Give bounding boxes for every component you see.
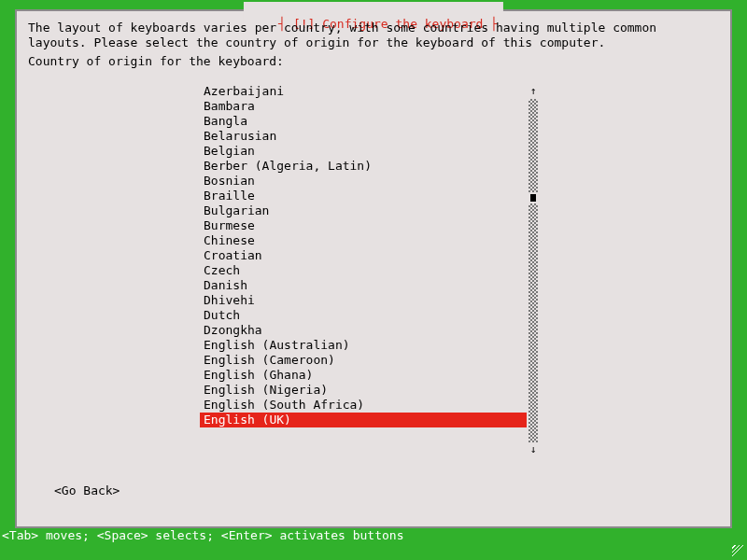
- go-back-button[interactable]: <Go Back>: [54, 483, 120, 498]
- list-item[interactable]: Danish: [200, 278, 555, 293]
- scroll-track[interactable]: [529, 99, 538, 442]
- dialog-body-text: The layout of keyboards varies per count…: [28, 21, 719, 50]
- dialog-prompt: Country of origin for the keyboard:: [28, 54, 284, 69]
- list-item[interactable]: Chinese: [200, 233, 555, 248]
- footer-help-text: <Tab> moves; <Space> selects; <Enter> ac…: [0, 528, 747, 543]
- list-item[interactable]: Croatian: [200, 248, 555, 263]
- list-item[interactable]: Bambara: [200, 99, 555, 114]
- list-item[interactable]: English (Australian): [200, 338, 555, 353]
- list-item[interactable]: Dzongkha: [200, 323, 555, 338]
- scroll-up-icon[interactable]: ↑: [529, 84, 538, 99]
- list-item[interactable]: English (Cameroon): [200, 353, 555, 368]
- list-item[interactable]: Azerbaijani: [200, 84, 555, 99]
- list-item[interactable]: English (Ghana): [200, 368, 555, 383]
- list-item[interactable]: Czech: [200, 263, 555, 278]
- dialog-frame: ┤ [!] Configure the keyboard ├ The layou…: [15, 9, 732, 528]
- list-item[interactable]: Burmese: [200, 218, 555, 233]
- scroll-thumb[interactable]: [529, 192, 538, 203]
- list-item[interactable]: Braille: [200, 189, 555, 203]
- list-item[interactable]: English (UK): [200, 413, 527, 427]
- list-item[interactable]: Belgian: [200, 144, 555, 159]
- list-item[interactable]: Berber (Algeria, Latin): [200, 159, 555, 174]
- list-item[interactable]: Belarusian: [200, 129, 555, 144]
- country-list[interactable]: AzerbaijaniBambaraBanglaBelarusianBelgia…: [200, 84, 555, 457]
- list-item[interactable]: Bosnian: [200, 174, 555, 189]
- list-item[interactable]: Dutch: [200, 308, 555, 323]
- list-item[interactable]: English (Nigeria): [200, 383, 555, 398]
- scroll-down-icon[interactable]: ↓: [529, 442, 538, 457]
- resize-grip-icon: [732, 545, 745, 558]
- scrollbar[interactable]: ↑ ↓: [529, 84, 538, 457]
- list-item[interactable]: Bulgarian: [200, 203, 555, 218]
- list-item[interactable]: Bangla: [200, 114, 555, 129]
- list-item[interactable]: Dhivehi: [200, 293, 555, 308]
- list-item[interactable]: English (South Africa): [200, 398, 555, 413]
